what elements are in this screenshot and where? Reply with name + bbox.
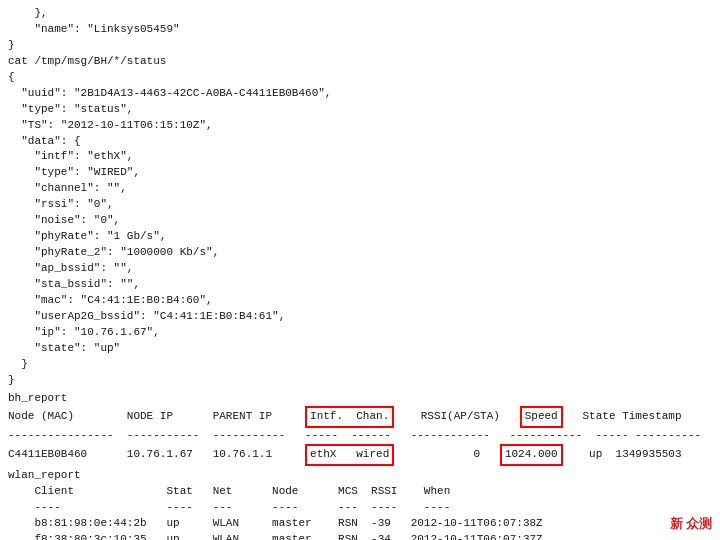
bh-col-speed-highlight: Speed — [520, 406, 563, 428]
line-data: "data": { — [8, 134, 712, 150]
bh-table-container: Node (MAC) NODE IP PARENT IP Intf. Chan.… — [8, 406, 712, 466]
wlan-col-headers: Client Stat Net Node MCS RSSI When — [8, 484, 712, 500]
line-close-data: } — [8, 357, 712, 373]
line-state: "state": "up" — [8, 341, 712, 357]
line-mac: "mac": "C4:41:1E:B0:B4:60", — [8, 293, 712, 309]
bh-report-section: bh_report Node (MAC) NODE IP PARENT IP I… — [8, 391, 712, 467]
line-apbssid: "ap_bssid": "", — [8, 261, 712, 277]
line-brace: } — [8, 38, 712, 54]
line-uuid: "uuid": "2B1D4A13-4463-42CC-A0BA-C4411EB… — [8, 86, 712, 102]
line-name: "name": "Linksys05459" — [8, 22, 712, 38]
bh-col-node-mac: Node (MAC) NODE IP PARENT IP — [8, 409, 305, 425]
wlan-row-2: f8:38:80:3c:10:35 up WLAN master RSN -34… — [8, 532, 712, 540]
bh-row-rssi-val: 0 — [394, 447, 500, 463]
line-ts: "TS": "2012-10-11T06:15:10Z", — [8, 118, 712, 134]
wlan-report-section: wlan_report Client Stat Net Node MCS RSS… — [8, 468, 712, 540]
bh-row-ethx-wired-highlight: ethX wired — [305, 444, 394, 466]
line-close-brace: } — [8, 373, 712, 389]
wlan-row-1: b8:81:98:0e:44:2b up WLAN master RSN -39… — [8, 516, 712, 532]
line-noise: "noise": "0", — [8, 213, 712, 229]
line-cat-cmd: cat /tmp/msg/BH/*/status — [8, 54, 712, 70]
bh-separator: ---------------- ----------- -----------… — [8, 428, 701, 444]
line-ip: "ip": "10.76.1.67", — [8, 325, 712, 341]
wlan-report-label: wlan_report — [8, 468, 712, 484]
line-rssi: "rssi": "0", — [8, 197, 712, 213]
watermark-text: 新 众测 — [670, 516, 712, 531]
wlan-separator: ---- ---- --- ---- --- ---- ---- — [8, 500, 712, 516]
line-userap: "userAp2G_bssid": "C4:41:1E:B0:B4:61", — [8, 309, 712, 325]
terminal-window: }, "name": "Linksys05459" } cat /tmp/msg… — [0, 0, 720, 540]
line-phyrate2: "phyRate_2": "1000000 Kb/s", — [8, 245, 712, 261]
bh-row-speed-highlight: 1024.000 — [500, 444, 563, 466]
bh-row-state-ts: up 1349935503 — [563, 447, 682, 463]
line-brace-close: }, — [8, 6, 712, 22]
line-type2: "type": "WIRED", — [8, 165, 712, 181]
bh-data-row: C4411EB0B460 10.76.1.67 10.76.1.1 ethX w… — [8, 444, 682, 466]
watermark: 新 众测 — [670, 515, 712, 534]
line-open-brace: { — [8, 70, 712, 86]
line-type: "type": "status", — [8, 102, 712, 118]
bh-col-intf-chan-highlight: Intf. Chan. — [305, 406, 394, 428]
line-intf: "intf": "ethX", — [8, 149, 712, 165]
bh-header-row: Node (MAC) NODE IP PARENT IP Intf. Chan.… — [8, 406, 682, 428]
line-phyrate: "phyRate": "1 Gb/s", — [8, 229, 712, 245]
bh-row-mac: C4411EB0B460 10.76.1.67 10.76.1.1 — [8, 447, 305, 463]
bh-report-label: bh_report — [8, 391, 712, 407]
bh-col-state-ts: State Timestamp — [563, 409, 682, 425]
line-stabssid: "sta_bssid": "", — [8, 277, 712, 293]
line-channel: "channel": "", — [8, 181, 712, 197]
bh-col-rssiapsta: RSSI(AP/STA) — [394, 409, 519, 425]
